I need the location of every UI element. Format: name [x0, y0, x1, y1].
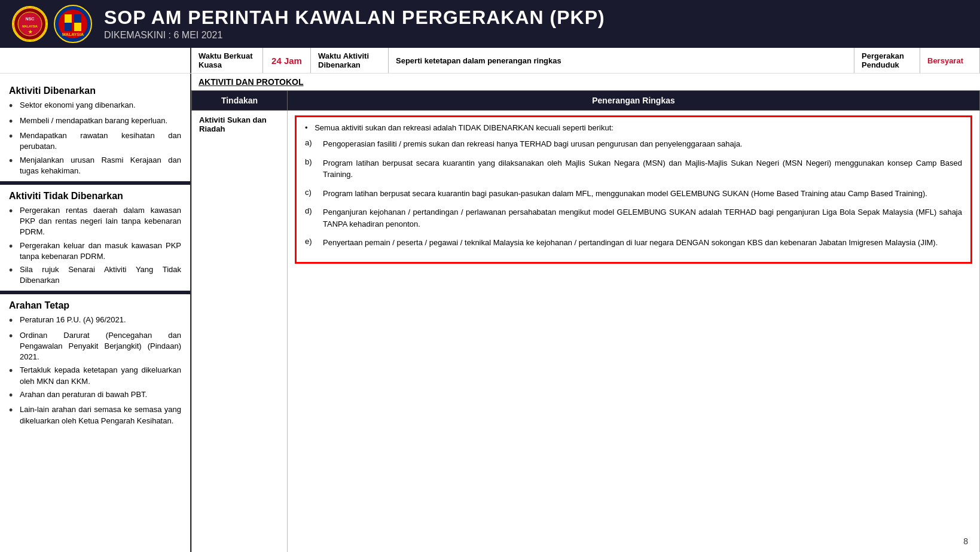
point-label: b): [305, 157, 317, 166]
bullet-intro: •: [305, 123, 308, 132]
item-text: Menjalankan urusan Rasmi Kerajaan dan tu…: [20, 155, 181, 176]
info-bar: Waktu Berkuat Kuasa 24 Jam Waktu Aktivit…: [0, 48, 980, 74]
bullet: •: [9, 264, 16, 286]
point-label: c): [305, 188, 317, 197]
divider1: [0, 181, 190, 185]
header-text: SOP AM PERINTAH KAWALAN PERGERAKAN (PKP)…: [104, 7, 968, 40]
point-item: e)Penyertaan pemain / peserta / pegawai …: [305, 237, 962, 249]
point-item: b)Program latihan berpusat secara kuaran…: [305, 157, 962, 181]
item-text: Membeli / mendapatkan barang keperluan.: [20, 115, 167, 129]
protocol-header: AKTIVITI DAN PROTOKOL: [191, 74, 980, 90]
point-item: a)Pengoperasian fasiliti / premis sukan …: [305, 138, 962, 150]
main: Aktiviti Dibenarkan •Sektor ekonomi yang…: [0, 74, 980, 552]
section2-items: •Pergerakan rentas daerah dalam kawasan …: [9, 205, 181, 286]
section3-title: Arahan Tetap: [9, 300, 181, 311]
point-item: d)Penganjuran kejohanan / pertandingan /…: [305, 206, 962, 230]
bullet: •: [9, 404, 16, 426]
penerangan-cell: • Semua aktiviti sukan dan rekreasi adal…: [288, 111, 980, 553]
col2-header: Penerangan Ringkas: [288, 91, 980, 111]
list-item: •Tertakluk kepada ketetapan yang dikelua…: [9, 365, 181, 386]
point-label: d): [305, 206, 317, 215]
col1-header: Tindakan: [192, 91, 288, 111]
header-logos: NSC MALAYSIA ★ MALAYSIA: [12, 5, 92, 43]
svg-rect-9: [65, 23, 72, 31]
bullet: •: [9, 155, 16, 176]
bullet: •: [9, 130, 16, 152]
list-item: •Mendapatkan rawatan kesihatan dan perub…: [9, 130, 181, 152]
intro-text: • Semua aktiviti sukan dan rekreasi adal…: [305, 123, 962, 132]
info-cells: Waktu Berkuat Kuasa 24 Jam Waktu Aktivit…: [191, 48, 980, 73]
point-text: Program latihan berpusat secara kuaranti…: [323, 157, 962, 181]
item-text: Ordinan Darurat (Pencegahan dan Pengawal…: [20, 330, 181, 363]
section3-items: •Peraturan 16 P.U. (A) 96/2021.•Ordinan …: [9, 315, 181, 426]
list-item: •Menjalankan urusan Rasmi Kerajaan dan t…: [9, 155, 181, 176]
header-subtitle: DIKEMASKINI : 6 MEI 2021: [104, 30, 968, 41]
bullet: •: [9, 315, 16, 328]
info-cell-seperti: Seperti ketetapan dalam penerangan ringk…: [389, 48, 854, 73]
point-text: Program latihan berpusat secara kuaranti…: [323, 188, 962, 200]
point-item: c)Program latihan berpusat secara kuaran…: [305, 188, 962, 200]
point-text: Pengoperasian fasiliti / premis sukan da…: [323, 138, 962, 150]
svg-text:MALAYSIA: MALAYSIA: [22, 25, 38, 28]
list-item: •Pergerakan rentas daerah dalam kawasan …: [9, 205, 181, 238]
list-item: •Pergerakan keluar dan masuk kawasan PKP…: [9, 240, 181, 262]
point-text: Penganjuran kejohanan / pertandingan / p…: [323, 206, 962, 230]
bullet: •: [9, 365, 16, 386]
bullet: •: [9, 240, 16, 262]
divider2: [0, 291, 190, 294]
info-cell-24jam: 24 Jam: [263, 48, 311, 73]
bullet: •: [9, 330, 16, 363]
nsc-logo: NSC MALAYSIA ★: [12, 6, 48, 42]
svg-text:★: ★: [28, 29, 33, 35]
list-item: •Ordinan Darurat (Pencegahan dan Pengawa…: [9, 330, 181, 363]
bullet: •: [9, 100, 16, 113]
svg-text:MALAYSIA: MALAYSIA: [62, 32, 84, 36]
item-text: Pergerakan keluar dan masuk kawasan PKP …: [20, 240, 181, 262]
page-number: 8: [963, 536, 968, 546]
section2-title: Aktiviti Tidak Dibenarkan: [9, 191, 181, 202]
list-item: •Sektor ekonomi yang dibenarkan.: [9, 100, 181, 113]
svg-text:NSC: NSC: [26, 17, 35, 21]
header-title: SOP AM PERINTAH KAWALAN PERGERAKAN (PKP): [104, 7, 968, 28]
list-item: •Sila rujuk Senarai Aktiviti Yang Tidak …: [9, 264, 181, 286]
section1-items: •Sektor ekonomi yang dibenarkan.•Membeli…: [9, 100, 181, 176]
svg-rect-7: [65, 14, 72, 23]
point-label: e): [305, 237, 317, 246]
svg-rect-8: [74, 14, 81, 23]
item-text: Sila rujuk Senarai Aktiviti Yang Tidak D…: [20, 264, 181, 286]
header: NSC MALAYSIA ★ MALAYSIA SOP AM PERINTAH …: [0, 0, 980, 48]
item-text: Lain-lain arahan dari semasa ke semasa y…: [20, 404, 181, 426]
point-text: Penyertaan pemain / peserta / pegawai / …: [323, 237, 962, 249]
tindakan-cell: Aktiviti Sukan dan Riadah: [192, 111, 288, 553]
info-cell-pergerakan: Pergerakan Penduduk: [854, 48, 920, 73]
info-cell-waktu-berkuat: Waktu Berkuat Kuasa: [191, 48, 263, 73]
item-text: Sektor ekonomi yang dibenarkan.: [20, 100, 136, 113]
section1-title: Aktiviti Dibenarkan: [9, 86, 181, 96]
item-text: Pergerakan rentas daerah dalam kawasan P…: [20, 205, 181, 238]
red-box: • Semua aktiviti sukan dan rekreasi adal…: [295, 115, 972, 264]
item-text: Arahan dan peraturan di bawah PBT.: [20, 389, 147, 402]
point-label: a): [305, 138, 317, 147]
info-cell-waktu-aktiviti: Waktu Aktiviti Dibenarkan: [311, 48, 389, 73]
table-row: Aktiviti Sukan dan Riadah • Semua aktivi…: [192, 111, 980, 553]
protocol-table: Tindakan Penerangan Ringkas Aktiviti Suk…: [191, 90, 980, 552]
bullet: •: [9, 115, 16, 129]
content: AKTIVITI DAN PROTOKOL Tindakan Peneranga…: [191, 74, 980, 552]
info-cell-bersyarat: Bersyarat: [920, 48, 980, 73]
sidebar: Aktiviti Dibenarkan •Sektor ekonomi yang…: [0, 74, 191, 552]
svg-rect-10: [74, 23, 81, 31]
item-text: Tertakluk kepada ketetapan yang dikeluar…: [20, 365, 181, 386]
bullet: •: [9, 205, 16, 238]
list-item: •Lain-lain arahan dari semasa ke semasa …: [9, 404, 181, 426]
item-text: Peraturan 16 P.U. (A) 96/2021.: [20, 315, 126, 328]
left-spacer: [0, 48, 191, 73]
list-item: •Peraturan 16 P.U. (A) 96/2021.: [9, 315, 181, 328]
bullet: •: [9, 389, 16, 402]
list-item: •Arahan dan peraturan di bawah PBT.: [9, 389, 181, 402]
malaysia-logo: MALAYSIA: [54, 5, 92, 43]
list-item: •Membeli / mendapatkan barang keperluan.: [9, 115, 181, 129]
item-text: Mendapatkan rawatan kesihatan dan peruba…: [20, 130, 181, 152]
points-container: a)Pengoperasian fasiliti / premis sukan …: [305, 138, 962, 249]
